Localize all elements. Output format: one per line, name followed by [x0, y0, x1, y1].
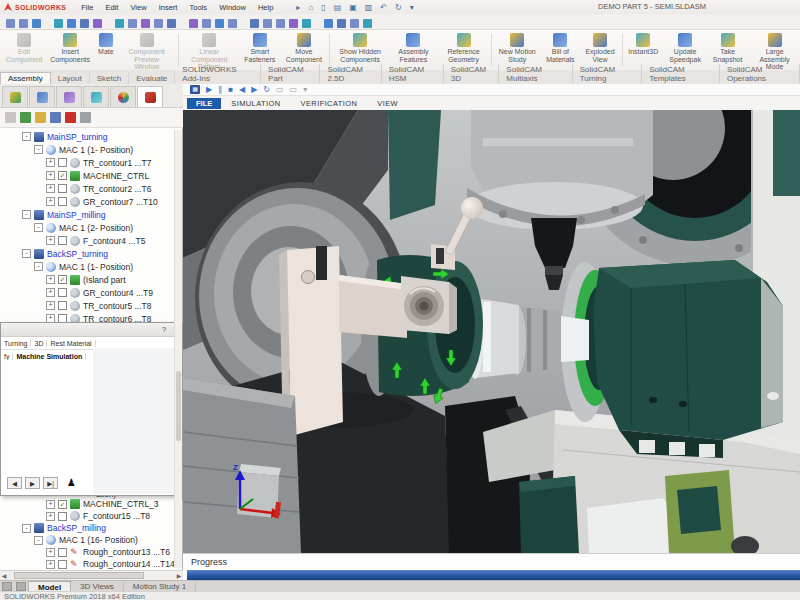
sheet-icon[interactable]: [2, 582, 12, 591]
expand-icon[interactable]: +: [46, 560, 55, 569]
featuremanager-tab[interactable]: [2, 86, 28, 107]
expand-icon[interactable]: +: [46, 171, 55, 180]
checkbox[interactable]: [58, 158, 67, 167]
toolbar-icon[interactable]: [228, 19, 237, 28]
tree-row-operation[interactable]: +TR_contour2 ...T6: [0, 182, 183, 195]
expand-icon[interactable]: -: [22, 132, 31, 141]
expand-icon[interactable]: +: [46, 512, 55, 521]
menu-window[interactable]: Window: [219, 3, 246, 12]
toolbar-icon[interactable]: [202, 19, 211, 28]
tab-evaluate[interactable]: Evaluate: [129, 73, 175, 84]
tree-row-operation[interactable]: +✓MACHINE_CTRL: [0, 169, 183, 182]
displaymanager-tab[interactable]: [110, 86, 136, 107]
scroll-left-icon[interactable]: ◀: [0, 572, 8, 579]
tab-verification[interactable]: VERIFICATION: [301, 99, 358, 108]
undo-icon[interactable]: ↶: [380, 3, 387, 12]
checkbox[interactable]: ✓: [58, 171, 67, 180]
expand-icon[interactable]: -: [34, 223, 43, 232]
toolbar-icon[interactable]: [93, 19, 102, 28]
camera-icon[interactable]: ▾: [303, 85, 307, 95]
pin-icon[interactable]: ▸: [296, 3, 300, 12]
expand-icon[interactable]: +: [46, 548, 55, 557]
tree-row-mainsp-turning[interactable]: -MainSP_turning: [0, 130, 183, 143]
mate-button[interactable]: Mate: [94, 30, 118, 70]
help-icon[interactable]: ?: [158, 325, 170, 334]
expand-icon[interactable]: +: [46, 158, 55, 167]
tree-row-backsp-milling[interactable]: -BackSP_milling: [0, 522, 183, 534]
menu-help[interactable]: Help: [258, 3, 273, 12]
folder-icon[interactable]: [35, 112, 46, 123]
expand-icon[interactable]: +: [46, 301, 55, 310]
tree-row-operation[interactable]: +✓MACHINE_CTRL_3: [0, 498, 183, 510]
menu-tools[interactable]: Tools: [190, 3, 208, 12]
expand-icon[interactable]: +: [46, 500, 55, 509]
menu-edit[interactable]: Edit: [105, 3, 118, 12]
menu-file[interactable]: File: [81, 3, 93, 12]
toolbar-icon[interactable]: [115, 19, 124, 28]
simulation-progress-bar[interactable]: [187, 570, 800, 580]
tree-horizontal-scrollbar[interactable]: ◀ ▶: [0, 570, 183, 580]
tab-rest-material[interactable]: Rest Material: [47, 340, 95, 347]
save-icon[interactable]: ▣: [349, 3, 357, 12]
expand-icon[interactable]: +: [46, 197, 55, 206]
toolbar-icon[interactable]: [67, 19, 76, 28]
toolbar-icon[interactable]: [337, 19, 346, 28]
tree-row-mainsp-milling[interactable]: -MainSP_milling: [0, 208, 183, 221]
tab-solidcam-25d[interactable]: SolidCAM 2.5D: [320, 64, 381, 84]
toolbar-icon[interactable]: [141, 19, 150, 28]
checkbox[interactable]: [58, 301, 67, 310]
checkbox[interactable]: [58, 236, 67, 245]
toolbar-icon[interactable]: [276, 19, 285, 28]
expand-icon[interactable]: +: [46, 184, 55, 193]
checkbox[interactable]: [58, 512, 67, 521]
tab-solidcam-multiaxis[interactable]: SolidCAM Multiaxis: [499, 64, 572, 84]
toolbar-icon[interactable]: [32, 19, 41, 28]
tree-row-mac[interactable]: -MAC 1 (2- Position): [0, 221, 183, 234]
tab-solidcam-operations[interactable]: SolidCAM Operations: [720, 64, 800, 84]
play-button[interactable]: ▶: [25, 477, 40, 489]
tab-solidworks-addins[interactable]: SOLIDWORKS Add-Ins: [175, 64, 261, 84]
scrollbar-thumb[interactable]: [14, 572, 144, 579]
toolbar-icon[interactable]: [363, 19, 372, 28]
home-icon[interactable]: ⌂: [308, 3, 313, 12]
toolbar-icon[interactable]: [128, 19, 137, 28]
toolbar-icon[interactable]: [324, 19, 333, 28]
tree-row-operation[interactable]: +TR_contour5 ...T8: [0, 299, 183, 312]
step-forward-button[interactable]: ▶|: [43, 477, 58, 489]
expand-icon[interactable]: +: [46, 236, 55, 245]
options-icon[interactable]: ▾: [410, 3, 414, 12]
edit-component-button[interactable]: Edit Component: [2, 30, 46, 70]
tree-row-backsp-turning[interactable]: -BackSP_turning: [0, 247, 183, 260]
tree-row-operation[interactable]: +✎Rough_contour14 ...T14: [0, 558, 183, 570]
expand-icon[interactable]: -: [34, 262, 43, 271]
toolbar-icon[interactable]: [80, 19, 89, 28]
toolbar-icon[interactable]: [189, 19, 198, 28]
open-folder-icon[interactable]: [20, 112, 31, 123]
speed-slider-icon[interactable]: ▭: [276, 85, 284, 95]
tree-row-operation[interactable]: +✎Rough_contour13 ...T6: [0, 546, 183, 558]
checkbox[interactable]: [58, 197, 67, 206]
tab-solidcam-hsm[interactable]: SolidCAM HSM: [382, 64, 444, 84]
stop-icon[interactable]: ■: [228, 85, 233, 95]
reset-icon[interactable]: ↻: [263, 85, 270, 95]
tab-simulation[interactable]: SIMULATION: [231, 99, 280, 108]
sheet-icon[interactable]: [16, 582, 26, 591]
step-forward-icon[interactable]: ▶: [251, 85, 257, 95]
tab-solidcam-templates[interactable]: SolidCAM Templates: [642, 64, 720, 84]
scrollbar-thumb[interactable]: [176, 371, 181, 441]
checkbox[interactable]: ✓: [58, 275, 67, 284]
tab-solidcam-turning[interactable]: SolidCAM Turning: [573, 64, 643, 84]
tab-verify[interactable]: fy: [1, 353, 13, 360]
tree-row-operation[interactable]: +F_contour15 ...T8: [0, 510, 183, 522]
checkbox[interactable]: [58, 288, 67, 297]
tab-layout[interactable]: Layout: [51, 73, 90, 84]
expand-icon[interactable]: -: [34, 145, 43, 154]
expand-icon[interactable]: -: [22, 524, 31, 533]
toolbar-icon[interactable]: [302, 19, 311, 28]
flag-icon[interactable]: [65, 112, 76, 123]
expand-icon[interactable]: -: [22, 249, 31, 258]
tree-row-mac[interactable]: -MAC 1 (1- Position): [0, 260, 183, 273]
tab-view[interactable]: VIEW: [377, 99, 398, 108]
tree-vertical-scrollbar[interactable]: [174, 130, 182, 568]
tree-row-operation[interactable]: +TR_contour1 ...T7: [0, 156, 183, 169]
